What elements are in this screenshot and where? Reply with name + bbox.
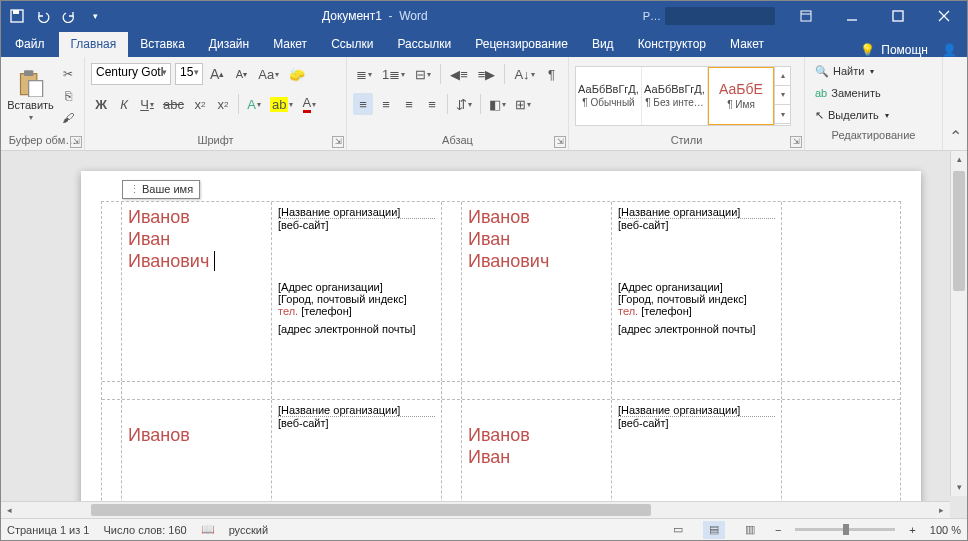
tab-references[interactable]: Ссылки	[319, 32, 385, 57]
styles-scroll-down[interactable]: ▾	[775, 86, 790, 105]
copy-button[interactable]: ⎘	[58, 86, 78, 106]
italic-button[interactable]: К	[114, 93, 134, 115]
decrease-indent-button[interactable]: ◀≡	[447, 63, 471, 85]
scroll-thumb[interactable]	[91, 504, 651, 516]
tab-file[interactable]: Файл	[3, 32, 57, 57]
spellcheck-button[interactable]: 📖	[201, 523, 215, 536]
style-nospacing[interactable]: АаБбВвГгД,¶ Без инте…	[642, 67, 708, 125]
style-normal[interactable]: АаБбВвГгД,¶ Обычный	[576, 67, 642, 125]
scroll-thumb[interactable]	[953, 171, 965, 291]
strikethrough-button[interactable]: abc	[160, 93, 187, 115]
cut-button[interactable]: ✂	[58, 64, 78, 84]
qat-customize-button[interactable]: ▾	[83, 4, 107, 28]
email-field[interactable]: [адрес электронной почты]	[618, 323, 775, 335]
paragraph-dialog-launcher[interactable]: ⇲	[554, 136, 566, 148]
font-name-combo[interactable]: Century Gotl	[91, 63, 171, 85]
font-color-button[interactable]: A	[299, 93, 319, 115]
tab-layout-table[interactable]: Макет	[718, 32, 776, 57]
close-button[interactable]	[921, 1, 967, 31]
address-field[interactable]: [Адрес организации]	[618, 281, 775, 293]
clear-formatting-button[interactable]: 🧽	[286, 63, 308, 85]
print-layout-button[interactable]: ▤	[703, 521, 725, 539]
styles-dialog-launcher[interactable]: ⇲	[790, 136, 802, 148]
language-indicator[interactable]: русский	[229, 524, 268, 536]
replace-button[interactable]: abЗаменить	[811, 83, 936, 103]
tab-home[interactable]: Главная	[59, 32, 129, 57]
read-mode-button[interactable]: ▭	[667, 521, 689, 539]
tell-me-icon[interactable]: 💡	[860, 43, 875, 57]
numbering-button[interactable]: 1≣	[379, 63, 408, 85]
zoom-level[interactable]: 100 %	[930, 524, 961, 536]
redo-button[interactable]	[57, 4, 81, 28]
font-size-combo[interactable]: 15	[175, 63, 203, 85]
tab-layout[interactable]: Макет	[261, 32, 319, 57]
find-button[interactable]: 🔍Найти▾	[811, 61, 936, 81]
change-case-button[interactable]: Aa	[255, 63, 282, 85]
subscript-button[interactable]: x2	[190, 93, 210, 115]
scroll-left-button[interactable]: ◂	[1, 502, 18, 518]
shrink-font-button[interactable]: A▾	[231, 63, 251, 85]
website-field[interactable]: [веб-сайт]	[278, 219, 435, 231]
tab-design[interactable]: Дизайн	[197, 32, 261, 57]
website-field[interactable]: [веб-сайт]	[618, 219, 775, 231]
org-field[interactable]: [Название организации]	[618, 404, 775, 417]
styles-gallery[interactable]: АаБбВвГгД,¶ Обычный АаБбВвГгД,¶ Без инте…	[575, 66, 791, 126]
ribbon-display-options-button[interactable]	[783, 1, 829, 31]
zoom-slider[interactable]	[795, 528, 895, 531]
increase-indent-button[interactable]: ≡▶	[475, 63, 499, 85]
clipboard-dialog-launcher[interactable]: ⇲	[70, 136, 82, 148]
sort-button[interactable]: A↓	[511, 63, 537, 85]
name-field[interactable]: Иванов Иван	[468, 424, 605, 468]
borders-button[interactable]: ⊞	[512, 93, 534, 115]
scroll-right-button[interactable]: ▸	[933, 502, 950, 518]
web-layout-button[interactable]: ▥	[739, 521, 761, 539]
org-field[interactable]: [Название организации]	[278, 206, 435, 219]
text-effects-button[interactable]: A	[244, 93, 264, 115]
website-field[interactable]: [веб-сайт]	[278, 417, 435, 429]
align-center-button[interactable]: ≡	[376, 93, 396, 115]
align-right-button[interactable]: ≡	[399, 93, 419, 115]
tab-insert[interactable]: Вставка	[128, 32, 197, 57]
address-field[interactable]: [Адрес организации]	[278, 281, 435, 293]
page[interactable]: ⋮Ваше имя Иванов Иван Иванович [Название…	[81, 171, 921, 518]
tel-field[interactable]: [телефон]	[301, 305, 352, 317]
zoom-in-button[interactable]: +	[909, 524, 915, 536]
tab-mailings[interactable]: Рассылки	[385, 32, 463, 57]
select-button[interactable]: ↖Выделить▾	[811, 105, 936, 125]
tab-constructor[interactable]: Конструктор	[626, 32, 718, 57]
minimize-button[interactable]	[829, 1, 875, 31]
line-spacing-button[interactable]: ⇵	[453, 93, 475, 115]
superscript-button[interactable]: x2	[213, 93, 233, 115]
grow-font-button[interactable]: A▴	[207, 63, 227, 85]
underline-button[interactable]: Ч	[137, 93, 157, 115]
tab-view[interactable]: Вид	[580, 32, 626, 57]
vertical-scrollbar[interactable]: ▴ ▾	[950, 151, 967, 496]
word-count[interactable]: Число слов: 160	[103, 524, 186, 536]
city-zip-field[interactable]: [Город, почтовый индекс]	[278, 293, 435, 305]
city-zip-field[interactable]: [Город, почтовый индекс]	[618, 293, 775, 305]
share-button[interactable]: 👤	[942, 43, 957, 57]
name-field[interactable]: Иванов Иван Иванович	[468, 206, 605, 272]
styles-expand[interactable]: ▾	[775, 105, 790, 124]
tell-me-label[interactable]: Помощн	[881, 43, 928, 57]
show-marks-button[interactable]: ¶	[542, 63, 562, 85]
scroll-up-button[interactable]: ▴	[951, 151, 967, 168]
page-indicator[interactable]: Страница 1 из 1	[7, 524, 89, 536]
paste-button[interactable]: Вставить ▾	[7, 62, 54, 130]
horizontal-scrollbar[interactable]: ◂ ▸	[1, 501, 950, 518]
website-field[interactable]: [веб-сайт]	[618, 417, 775, 429]
tab-review[interactable]: Рецензирование	[463, 32, 580, 57]
styles-scroll-up[interactable]: ▴	[775, 67, 790, 86]
scroll-down-button[interactable]: ▾	[951, 479, 967, 496]
justify-button[interactable]: ≡	[422, 93, 442, 115]
collapse-ribbon-button[interactable]: ⌃	[943, 57, 967, 150]
zoom-out-button[interactable]: −	[775, 524, 781, 536]
align-left-button[interactable]: ≡	[353, 93, 373, 115]
tel-field[interactable]: [телефон]	[641, 305, 692, 317]
org-field[interactable]: [Название организации]	[618, 206, 775, 219]
email-field[interactable]: [адрес электронной почты]	[278, 323, 435, 335]
save-button[interactable]	[5, 4, 29, 28]
shading-button[interactable]: ◧	[486, 93, 509, 115]
style-name[interactable]: АаБбЕ¶ Имя	[708, 67, 774, 125]
font-dialog-launcher[interactable]: ⇲	[332, 136, 344, 148]
